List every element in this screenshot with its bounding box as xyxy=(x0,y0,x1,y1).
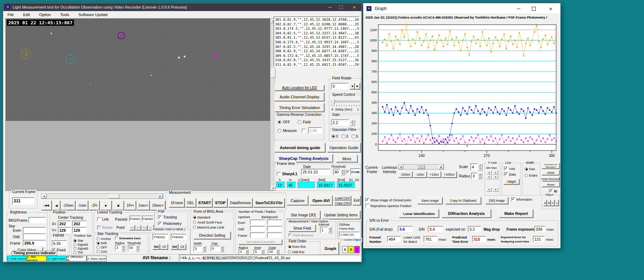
del-button[interactable]: DEL xyxy=(185,198,196,207)
minus-10sec-button[interactable]: -10sec xyxy=(61,201,75,210)
posset-signal2-radio[interactable] xyxy=(73,247,76,250)
field-rotate-right-button[interactable]: ▶ xyxy=(355,83,360,89)
diffraction-analysis-button[interactable]: Diffraction Analysis xyxy=(442,209,491,218)
posset-signal1-radio[interactable] xyxy=(73,243,76,246)
open-avi-button[interactable]: Open AVI xyxy=(310,196,333,205)
plus-1sec-button[interactable]: 1sec+ xyxy=(137,201,150,210)
y-min-down2-icon[interactable]: ▼ xyxy=(486,187,492,192)
1frame-button[interactable]: 1Frame xyxy=(169,198,185,207)
more-button[interactable]: More xyxy=(336,155,358,162)
menu-edit[interactable]: Edit xyxy=(23,13,30,17)
save-to-csv-button[interactable]: SaveToCSV-File xyxy=(253,198,285,207)
timing-error-simulation-button[interactable]: Timing Error Simulation xyxy=(275,103,324,112)
width-field[interactable]: 5 xyxy=(194,246,202,251)
gamma-value-field[interactable]: 1.00 xyxy=(308,127,322,134)
bkg-frame-field[interactable] xyxy=(29,217,46,223)
drift-radio[interactable] xyxy=(96,241,100,245)
star-even-field[interactable] xyxy=(23,227,46,233)
gaussian-5-radio[interactable] xyxy=(351,134,355,138)
graph-maximize-icon[interactable] xyxy=(526,3,541,14)
interval-spinner[interactable]: ▲▼ xyxy=(328,227,332,233)
show-image-checkbox[interactable] xyxy=(365,198,369,202)
gamma-field-radio[interactable] xyxy=(298,120,301,124)
reproduce-checkbox[interactable] xyxy=(365,204,369,208)
save-image-button[interactable]: Save Image xyxy=(418,197,443,204)
lunar-identification-button[interactable]: Lunar Identification xyxy=(399,209,439,218)
pix-odd-bg-field[interactable] xyxy=(267,226,282,231)
stop-button[interactable]: ■ xyxy=(113,201,124,210)
pix-frame-ap-field[interactable] xyxy=(250,232,265,238)
passed-set1-button[interactable]: Set xyxy=(153,244,160,250)
show-field-button[interactable]: Show Field xyxy=(289,225,316,232)
even-first-radio[interactable] xyxy=(288,245,291,248)
frame-scroll-right-icon[interactable]: ▶ xyxy=(158,194,163,198)
minimize-icon[interactable] xyxy=(324,3,335,11)
link-checkbox[interactable] xyxy=(97,217,101,221)
graph-radius-spinner[interactable]: ▲▼ xyxy=(478,173,482,179)
menu-software-update[interactable]: Software Update xyxy=(79,13,108,17)
plus-10sec-graph-button[interactable]: +10Sec xyxy=(442,171,457,178)
gain-spinner[interactable]: ▲▼ xyxy=(350,119,355,126)
image-3d-button[interactable]: [3D] Image xyxy=(485,197,508,204)
psf-photometry-checkbox[interactable] xyxy=(158,222,162,226)
minus-1sec-button[interactable]: -1sec xyxy=(76,201,88,210)
reset-button[interactable]: Reset xyxy=(542,182,560,187)
field-rotate-left-button[interactable]: ◀ xyxy=(350,83,355,89)
y-min-up-icon[interactable]: ▲ xyxy=(486,170,492,175)
plus-10sec-button[interactable]: 10sec+ xyxy=(150,201,165,210)
pix-frame-bg-field[interactable] xyxy=(267,232,282,238)
gaussian-3-radio[interactable] xyxy=(341,134,345,138)
pix-even-bg-field[interactable] xyxy=(267,220,282,225)
y-max-down2-icon[interactable]: ▼ xyxy=(493,187,498,192)
sharp-checkbox[interactable] xyxy=(346,170,350,174)
play-button[interactable]: ► xyxy=(100,201,112,210)
scroll-thumb[interactable] xyxy=(271,69,275,78)
copy-clipboard-button[interactable]: Copy to ClipBoard xyxy=(445,197,481,204)
track-threshold-field[interactable]: 50 xyxy=(128,245,135,251)
minus-10sec-graph-button[interactable]: -10Sec xyxy=(398,171,413,178)
graph-minimize-icon[interactable] xyxy=(511,3,526,14)
graph-scroll-left-icon[interactable]: ◀ xyxy=(399,164,403,169)
width-spinner[interactable]: ▲▼ xyxy=(203,246,206,251)
make-report-button[interactable]: Make Report xyxy=(499,209,533,218)
close-icon[interactable]: × xyxy=(348,3,361,11)
line-data-checkbox[interactable] xyxy=(504,172,508,176)
off-radio[interactable] xyxy=(96,246,100,249)
threshold-field[interactable]: 80 xyxy=(333,169,340,175)
speed-slider-track[interactable] xyxy=(331,101,359,102)
object-c-button[interactable]: C xyxy=(354,246,360,253)
pix-outer-field[interactable]: 20 xyxy=(268,249,276,254)
data-remove-button[interactable]: DataRemove xyxy=(228,198,253,207)
estimated-track-checkbox[interactable] xyxy=(115,237,118,240)
operation-guide-button[interactable]: Operation Guide xyxy=(327,143,361,152)
posset-star-radio[interactable] xyxy=(73,239,76,242)
passed-clr1-button[interactable]: Clr xyxy=(160,244,168,250)
plus-1sec-graph-button[interactable]: +1Sec xyxy=(428,171,441,178)
object-a-button[interactable]: A xyxy=(342,246,348,253)
threshold-spinner[interactable]: ▲▼ xyxy=(341,169,345,175)
graph-button[interactable]: Graph xyxy=(322,242,339,255)
video-frame[interactable]: 2025 01 22 12:45:15:867 xyxy=(6,19,270,121)
maximize-icon[interactable] xyxy=(335,3,347,11)
asteroid-timing-guide-button[interactable]: Asteroid timing guide xyxy=(275,143,325,152)
load-csv-button[interactable]: Load CSV xyxy=(334,196,351,200)
width-part-radio[interactable] xyxy=(525,167,528,171)
y-min-down-icon[interactable]: ▼ xyxy=(486,175,492,179)
stop-measure-button[interactable]: STOP xyxy=(213,198,228,207)
sharpcap-timing-analysis-button[interactable]: SharpCap Timing Analysis xyxy=(275,154,333,162)
gamma-measure-radio[interactable] xyxy=(278,129,281,133)
y-max-down-icon[interactable]: ▼ xyxy=(493,175,498,179)
passed-frame1-field[interactable]: Frame1 xyxy=(153,234,168,240)
object-b-graph-button[interactable]: B xyxy=(547,200,551,206)
gap-field[interactable]: 0 xyxy=(211,246,220,251)
passed-frame2-field[interactable]: Frame2 xyxy=(171,234,186,240)
pix-inner-spinner[interactable]: ▲▼ xyxy=(261,249,264,254)
menu-option[interactable]: Option xyxy=(39,13,51,17)
star-image-3d-button[interactable]: Star Image [3D] xyxy=(286,211,320,219)
pix-radius-field[interactable]: 4 xyxy=(239,249,245,254)
anchor-radio[interactable] xyxy=(96,237,100,240)
csv-listbox[interactable]: 301.0,81.9,"",12,45,12.3018,12.4708,,,,3… xyxy=(274,16,359,67)
line-axis-checkbox[interactable] xyxy=(504,167,508,171)
track-radius-field[interactable]: 3 xyxy=(115,245,121,251)
sharp-dropdown-icon[interactable]: ▾ xyxy=(357,170,359,174)
